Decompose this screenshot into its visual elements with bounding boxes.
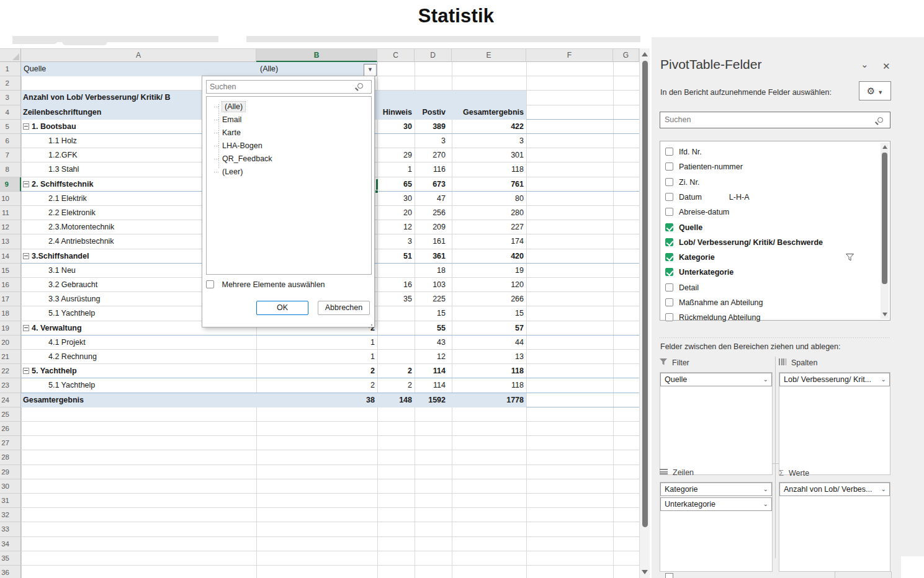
cell-value-e[interactable]: 266 [452,292,526,306]
field-item-ma-nahme-an-abteilung[interactable]: Maßnahme an Abteilung [665,295,870,310]
row-header-30[interactable]: 30 [0,479,21,494]
cell-value-e[interactable]: 44 [452,336,526,350]
row-header-3[interactable]: 3 [0,91,21,105]
checkbox-checked-icon[interactable] [665,223,673,231]
field-item-ifd-nr-[interactable]: Ifd. Nr. [665,144,870,159]
checkbox-icon[interactable] [665,298,673,306]
defer-layout-checkbox[interactable] [665,573,673,578]
columns-area[interactable]: Lob/ Verbesserung/ Krit...⌄ [779,372,890,475]
chip-dropdown-icon[interactable]: ⌄ [881,483,886,496]
row-header-14[interactable]: 14 [0,249,21,264]
cell-value-d[interactable]: 18 [415,264,452,278]
values-area[interactable]: Anzahl von Lob/ Verbes...⌄ [779,482,890,572]
cell-value-e[interactable]: 174 [452,234,526,249]
collapse-icon[interactable] [23,253,29,259]
row-header-29[interactable]: 29 [0,465,21,479]
checkbox-checked-icon[interactable] [665,238,673,246]
row-header-19[interactable]: 19 [0,321,21,336]
row-header-20[interactable]: 20 [0,336,21,350]
checkbox-icon[interactable] [665,313,673,321]
cell-value-c[interactable]: 30 [377,120,415,134]
scrollbar-thumb[interactable] [882,153,887,284]
cell-row-label[interactable]: 4.1 Projekt [48,336,278,350]
cell-value-d[interactable]: 256 [415,206,452,220]
filter-search-input[interactable]: Suchen [206,80,372,94]
cell-value-e[interactable]: 15 [452,306,526,321]
row-header-7[interactable]: 7 [0,148,21,162]
cell-value-e[interactable]: 280 [452,206,526,220]
chevron-down-icon[interactable]: ⌄ [861,59,869,70]
chip-dropdown-icon[interactable]: ⌄ [763,483,768,496]
field-item-abreise-datum[interactable]: Abreise-datum [665,205,870,220]
cell-value-c[interactable]: 30 [377,192,415,206]
row-header-33[interactable]: 33 [0,522,21,536]
row-header-25[interactable]: 25 [0,407,21,422]
cell-value-b[interactable]: 1 [256,350,377,364]
field-chip[interactable]: Anzahl von Lob/ Verbes...⌄ [779,482,890,496]
cell-value-d[interactable]: 55 [415,321,452,336]
scroll-up-icon[interactable] [642,52,648,56]
row-header-22[interactable]: 22 [0,364,21,378]
cell-value-e[interactable]: 118 [452,364,526,378]
field-item-r-ckmeldung-abteilung[interactable]: Rückmeldung Abteilung [665,310,870,325]
sheet-vscrollbar[interactable] [639,48,650,578]
cell-value-d[interactable]: 3 [415,134,452,148]
field-item-detail[interactable]: Detail [665,280,870,295]
row-header-2[interactable]: 2 [0,76,21,91]
cell-value-e[interactable]: 420 [452,249,526,264]
cell-value-d[interactable]: 114 [415,378,452,393]
column-header-A[interactable]: A [21,48,256,62]
collapse-icon[interactable] [23,181,29,187]
fields-search-input[interactable]: Suchen [660,112,890,128]
checkbox-icon[interactable] [665,283,673,291]
close-icon[interactable]: ✕ [882,61,890,72]
cell-value-c[interactable]: 35 [377,292,415,306]
row-header-15[interactable]: 15 [0,264,21,278]
cell-value-b[interactable]: 2 [256,378,377,393]
column-header-E[interactable]: E [452,48,526,62]
cell-row-label[interactable]: Gesamtergebnis [23,393,253,407]
filter-item[interactable]: Email [214,113,241,127]
row-header-16[interactable]: 16 [0,278,21,292]
row-header-1[interactable]: 1 [0,62,21,76]
cell-value-d[interactable]: 15 [415,306,452,321]
cell-value-d[interactable]: 116 [415,162,452,177]
filter-item[interactable]: Karte [214,127,241,140]
row-header-4[interactable]: 4 [0,105,21,120]
row-header-8[interactable]: 8 [0,162,21,177]
cell-value-d[interactable]: 161 [415,234,452,249]
filter-item[interactable]: LHA-Bogen [214,140,262,153]
field-item-lob-verbesserung-kritik-beschwerde[interactable]: Lob/ Verbesserung/ Kritik/ Beschwerde [665,235,870,250]
column-header-G[interactable]: G [613,48,639,62]
row-header-13[interactable]: 13 [0,234,21,249]
cell-filter-value[interactable]: (Alle) [260,62,359,76]
cell-row-label[interactable]: 5.1 Yachthelp [48,378,278,393]
cell-value-e[interactable]: 13 [452,350,526,364]
cell-value-d[interactable]: 47 [415,192,452,206]
chip-dropdown-icon[interactable]: ⌄ [763,373,768,386]
chip-dropdown-icon[interactable]: ⌄ [763,498,768,510]
cell-value-c[interactable]: Hinweis [377,105,415,120]
row-header-31[interactable]: 31 [0,494,21,508]
column-header-F[interactable]: F [526,48,613,62]
filter-area[interactable]: Quelle⌄ [660,372,773,475]
cell-value-d[interactable]: 673 [415,177,452,192]
report-filter-dropdown-button[interactable]: ▼ [364,64,377,76]
field-item-kategorie[interactable]: Kategorie [665,250,870,265]
checkbox-checked-icon[interactable] [665,253,673,261]
field-list-scrollbar[interactable] [881,143,889,319]
row-header-21[interactable]: 21 [0,350,21,364]
row-header-24[interactable]: 24 [0,393,21,407]
row-header-32[interactable]: 32 [0,508,21,522]
field-chip[interactable]: Kategorie⌄ [660,482,772,496]
row-header-26[interactable]: 26 [0,422,21,436]
row-header-27[interactable]: 27 [0,436,21,450]
resize-grip[interactable] [371,324,372,326]
field-chip[interactable]: Quelle⌄ [660,373,772,386]
ok-button[interactable]: OK [256,301,308,315]
cell-value-c[interactable]: 65 [377,177,415,192]
checkbox-checked-icon[interactable] [665,268,673,276]
checkbox-icon[interactable] [665,148,673,156]
cell-value-c[interactable]: 2 [377,364,415,378]
cell-value-c[interactable]: 20 [377,206,415,220]
